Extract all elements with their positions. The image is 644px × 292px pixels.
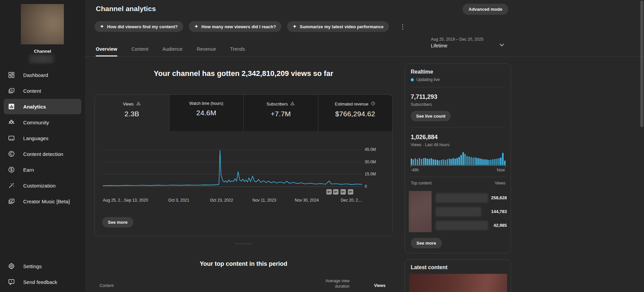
- metric-tab-estimated-revenue[interactable]: Estimated revenue$766,294.62: [318, 95, 393, 131]
- x-axis-tick-label: Sep 13, 2020: [124, 198, 148, 203]
- realtime-bar: [435, 160, 436, 165]
- realtime-axis-right-label: Now: [497, 168, 505, 172]
- chart-gridline: [103, 174, 362, 174]
- sidebar-item-community[interactable]: Community: [4, 115, 81, 130]
- sidebar-item-customization[interactable]: Customization: [4, 178, 81, 193]
- page-title: Channel analytics: [96, 5, 156, 13]
- realtime-top-content-list: 258,628144,78342,985: [409, 191, 508, 232]
- sidebar-item-content[interactable]: Content: [4, 83, 81, 98]
- date-range-selector[interactable]: Aug 25, 2019 – Dec 20, 2025 Lifetime: [431, 37, 511, 48]
- realtime-bar: [431, 158, 432, 165]
- ai-suggestion-chips: ✦How did viewers find my content?✦How ma…: [94, 21, 389, 32]
- video-marker-badge[interactable]: 9+: [340, 189, 346, 195]
- metric-label: Watch time (hours): [169, 101, 244, 106]
- channel-avatar[interactable]: [21, 4, 64, 44]
- realtime-top-content-row[interactable]: 42,985: [409, 218, 508, 232]
- advanced-mode-button[interactable]: Advanced mode: [462, 4, 508, 15]
- live-dot-icon: [411, 78, 414, 81]
- ai-chip-label: Summarize my latest video performance: [300, 24, 384, 29]
- realtime-bar: [476, 158, 478, 165]
- realtime-bar: [462, 152, 464, 165]
- realtime-top-content-row[interactable]: 144,783: [409, 205, 508, 218]
- tab-overview[interactable]: Overview: [96, 44, 117, 56]
- realtime-top-content-row[interactable]: 258,628: [409, 191, 508, 205]
- realtime-bar: [471, 157, 472, 165]
- realtime-bar: [456, 158, 458, 165]
- youtube-studio-analytics-page: Channel DashboardContentAnalyticsCommuni…: [0, 0, 644, 292]
- ai-chip-2[interactable]: ✦How many new viewers did I reach?: [189, 21, 281, 32]
- ai-chip-3[interactable]: ✦Summarize my latest video performance: [287, 21, 389, 32]
- sidebar-item-languages[interactable]: Languages: [4, 130, 81, 146]
- y-axis-tick-label: 45.0M: [365, 147, 376, 152]
- metric-label: Estimated revenue: [318, 101, 393, 107]
- section-divider: [235, 244, 252, 244]
- x-axis-tick-label: Oct 23, 2022: [210, 198, 233, 203]
- chart-baseline: [103, 186, 362, 187]
- latest-video-thumbnail-image: [409, 274, 507, 292]
- sidebar-item-label: Languages: [23, 135, 48, 141]
- realtime-divider: [411, 127, 506, 127]
- realtime-bar: [458, 157, 460, 165]
- languages-icon: [8, 134, 15, 142]
- sidebar-item-earn[interactable]: Earn: [4, 162, 81, 177]
- metric-tab-views[interactable]: Views2.3B: [95, 95, 169, 131]
- top-content-title: Your top content in this period: [94, 260, 393, 267]
- chevron-down-icon: [498, 41, 506, 50]
- realtime-bar: [413, 159, 414, 165]
- more-options-kebab-icon[interactable]: ⋮: [399, 22, 407, 32]
- sidebar-item-creator-music-beta[interactable]: Creator Music [Beta]: [4, 194, 81, 209]
- sidebar-item-send-feedback[interactable]: Send feedback: [4, 274, 81, 290]
- tab-trends[interactable]: Trends: [230, 44, 245, 56]
- sidebar-item-settings[interactable]: Settings: [4, 258, 81, 274]
- key-metrics-card: Views2.3BWatch time (hours)24.6MSubscrib…: [94, 94, 393, 236]
- metric-value: $766,294.62: [318, 110, 393, 118]
- analytics-tabs: OverviewContentAudienceRevenueTrends: [96, 44, 245, 56]
- sidebar-item-label: Dashboard: [23, 72, 48, 78]
- realtime-bar: [450, 159, 452, 165]
- video-marker-badge[interactable]: 9+: [326, 189, 332, 195]
- sidebar-item-content-detection[interactable]: Content detection: [4, 146, 81, 162]
- video-marker-badge[interactable]: 9+: [333, 189, 338, 195]
- sidebar-item-analytics[interactable]: Analytics: [4, 99, 81, 114]
- sidebar-item-label: Analytics: [23, 104, 46, 110]
- sidebar-item-dashboard[interactable]: Dashboard: [4, 67, 81, 83]
- tab-revenue[interactable]: Revenue: [197, 44, 216, 56]
- realtime-bar: [467, 156, 468, 165]
- sidebar-nav: DashboardContentAnalyticsCommunityLangua…: [0, 67, 85, 209]
- column-header-average-view-duration: Average view duration: [303, 278, 350, 289]
- x-axis-tick-label: Nov 11, 2023: [252, 198, 276, 203]
- sidebar-item-label: Send feedback: [23, 279, 57, 285]
- realtime-bar: [411, 159, 412, 165]
- ai-chip-label: How many new viewers did I reach?: [201, 24, 276, 29]
- earn-icon: [8, 166, 15, 173]
- video-title-redacted: [436, 207, 481, 216]
- sidebar-item-label: Earn: [23, 167, 34, 173]
- latest-video-thumbnail[interactable]: [409, 274, 507, 292]
- video-marker-badge[interactable]: 9+: [348, 189, 353, 195]
- top-content-list-header: Top content Views: [411, 181, 506, 185]
- sparkle-icon: ✦: [100, 24, 104, 30]
- realtime-axis-left-label: -48h: [411, 168, 419, 172]
- see-live-count-button[interactable]: See live count: [411, 111, 451, 121]
- ai-chip-1[interactable]: ✦How did viewers find my content?: [94, 21, 183, 32]
- column-header-avd-line1: Average view: [303, 278, 350, 284]
- channel-avatar-image: [21, 4, 64, 44]
- realtime-bar: [475, 157, 476, 165]
- vertical-scrollbar[interactable]: [640, 1, 643, 127]
- realtime-bar: [443, 159, 444, 165]
- tab-audience[interactable]: Audience: [162, 44, 183, 56]
- metric-tab-subscribers[interactable]: Subscribers+7.7M: [243, 95, 318, 131]
- realtime-bar: [502, 153, 504, 165]
- realtime-bar: [449, 159, 450, 165]
- realtime-title: Realtime: [411, 69, 433, 75]
- tab-content[interactable]: Content: [131, 44, 148, 56]
- metric-label-text: Views: [123, 102, 134, 107]
- realtime-bar: [480, 159, 482, 165]
- realtime-bar: [490, 160, 492, 165]
- creator-music-icon: [8, 198, 15, 205]
- x-axis-tick-label: Dec 20, 2…: [341, 198, 362, 203]
- sidebar-item-label: Content detection: [23, 151, 63, 157]
- see-more-button[interactable]: See more: [102, 217, 133, 227]
- metric-tab-watch-time-hours[interactable]: Watch time (hours)24.6M: [169, 95, 244, 131]
- realtime-see-more-button[interactable]: See more: [411, 238, 442, 248]
